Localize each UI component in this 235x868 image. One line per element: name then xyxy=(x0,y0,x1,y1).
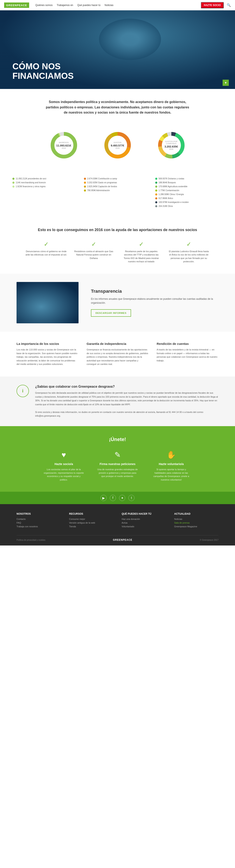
achievement-item: ✓Resistimos contra el almacén que Gas Na… xyxy=(73,241,114,264)
chart-ingresos-value: 11.093.621€ xyxy=(56,144,71,147)
join-item-title: Hazte socio/a xyxy=(43,462,85,466)
footer-link[interactable]: Tienda xyxy=(69,525,113,528)
youtube-icon[interactable]: ▶ xyxy=(100,495,107,501)
legend-item: 11.092.212€ procedentes de soci xyxy=(12,177,80,180)
instagram-icon[interactable]: ✦ xyxy=(119,495,125,501)
footer-col: NosotrosContactoFAQTrabaja con nosotros xyxy=(16,513,61,529)
chart-gastos-title: GASTOS xyxy=(111,141,124,143)
legend-item: 2.825.945€ Captación de fondos xyxy=(84,185,151,188)
footer-link[interactable]: Sala de prensa xyxy=(174,522,219,524)
join-item-title: Hazte voluntario/a xyxy=(151,462,192,466)
footer-col-title: Recursos xyxy=(69,513,113,515)
legend-text: 1.923€ financieros y otros ingres xyxy=(16,185,46,188)
legend-text: 790.959€ Administración xyxy=(87,189,110,192)
three-col-title: La importancia de los socios xyxy=(16,342,78,345)
footer-link[interactable]: Noticias xyxy=(174,518,219,520)
three-col-item: La importancia de los sociosLos más de 1… xyxy=(16,342,78,366)
three-cols-section: La importancia de los sociosLos más de 1… xyxy=(0,332,235,376)
legend-text: 188.964€ Bosques xyxy=(159,181,176,184)
legend-item: 170.688€ Agricultura sostenible xyxy=(155,185,223,188)
footer-bottom: Política de privacidad y cookies GREENPE… xyxy=(16,535,219,541)
search-icon[interactable]: 🔍 xyxy=(227,3,231,7)
legend-text: 3.202.635€ Gasto en programas xyxy=(87,181,117,184)
three-col-text: Greenpeace se financia exclusivamente de… xyxy=(87,348,148,366)
join-item: ✎Firma nuestras peticionesUna de nuestra… xyxy=(97,451,138,482)
nav-link-que[interactable]: Qué puedes hacer tú xyxy=(77,4,100,7)
three-col-title: Rendición de cuentas xyxy=(157,342,219,345)
footer-link[interactable]: Greenpeace Magazine xyxy=(174,525,219,528)
hero-section: CÓMO NOS FINANCIAMOS ▼ xyxy=(0,10,235,89)
footer-col: Qué puedes hacer túHaz una donaciónActúa… xyxy=(122,513,166,529)
hero-title-line2: FINANCIAMOS xyxy=(12,71,74,81)
transparency-section: Transparencia En los informes anuales qu… xyxy=(0,274,235,332)
chart-gastos-value: 9.493.577€ xyxy=(111,144,124,147)
facebook-icon[interactable]: f xyxy=(110,495,116,501)
checkmark-icon: ✓ xyxy=(26,241,67,248)
chart-campanas: GASTOS POR CAMPAÑAS 3.202.635€ 2016 xyxy=(151,130,192,163)
legend-item: 3.202.635€ Gasto en programas xyxy=(84,181,151,184)
footer-copyright: © Greenpeace 2017 xyxy=(200,539,219,541)
chart-gastos-year: 2016 xyxy=(111,147,124,149)
join-item-title: Firma nuestras peticiones xyxy=(97,462,138,466)
achievements-title: Esto es lo que conseguimos en 2016 con l… xyxy=(16,227,219,232)
twitter-icon[interactable]: t xyxy=(128,495,135,501)
legend-dot xyxy=(155,205,157,207)
chart-campanas-year: 2016 xyxy=(164,148,179,150)
intro-section: Somos independientes política y económic… xyxy=(0,89,235,126)
download-reports-button[interactable]: DESCARGAR INFORMES xyxy=(91,309,131,317)
intro-text: Somos independientes política y económic… xyxy=(45,99,190,115)
legend-col-ingresos: 11.092.212€ procedentes de soci114€ merc… xyxy=(12,177,80,209)
legend-text: 1.288.508€ Clima / Energía xyxy=(159,193,184,196)
nav-link-quienes[interactable]: Quiénes somos xyxy=(35,4,53,7)
legend-text: 1.776€ Contaminación xyxy=(159,189,179,192)
join-icon: ✎ xyxy=(97,451,138,459)
legend-dot xyxy=(155,186,157,188)
legend-dot xyxy=(84,189,86,191)
footer-link[interactable]: Actúa xyxy=(122,522,166,524)
chart-ingresos-title: INGRESOS xyxy=(56,141,71,143)
achievement-text: El pianista Ludovico Einaudi lleva hasta… xyxy=(168,250,209,264)
legend-text: 2.825.945€ Captación de fondos xyxy=(87,185,117,188)
legend-item: 569.937€ Océanos y costas xyxy=(155,177,223,180)
checkmark-icon: ✓ xyxy=(168,241,209,248)
legend-item: 100.978€ Investigación e inciden xyxy=(155,201,223,204)
three-col-item: Garantía de independenciaGreenpeace se f… xyxy=(87,342,148,366)
legend-text: 11.092.212€ procedentes de soci xyxy=(16,177,46,180)
join-item-text: Los socios/as somos el pilar de la organ… xyxy=(43,468,85,482)
footer-logo: GREENPEACE xyxy=(113,538,132,541)
info-extra: Si eres socio/a y deseas más información… xyxy=(35,410,219,418)
nav-link-noticias[interactable]: Noticias xyxy=(105,4,113,7)
footer-link[interactable]: FAQ xyxy=(16,522,61,524)
transparency-image xyxy=(16,282,78,323)
legend-text: 114€ merchandising and licencin xyxy=(16,181,46,184)
join-item-text: Una de nuestras grandes estrategias de p… xyxy=(97,468,138,478)
join-grid: ♥Hazte socio/aLos socios/as somos el pil… xyxy=(16,451,219,482)
nav-link-trabajamos[interactable]: Trabajamos en xyxy=(57,4,73,7)
legend-dot xyxy=(155,189,157,191)
achievement-text: Resistimos contra el almacén que Gas Nat… xyxy=(73,250,114,260)
join-icon: ♥ xyxy=(43,451,85,459)
scroll-down-button[interactable]: ▼ xyxy=(223,80,229,86)
legend-text: 170.688€ Agricultura sostenible xyxy=(159,185,188,188)
footer-link[interactable]: Consume mejor xyxy=(69,518,113,520)
nav-logo[interactable]: GREENPEACE xyxy=(4,2,29,8)
footer-link[interactable]: Trabaja con nosotros xyxy=(16,525,61,528)
footer-link[interactable]: Versión antigua de la web xyxy=(69,522,113,524)
footer-link[interactable]: Haz una donación xyxy=(122,518,166,520)
legend-item: 1.288.508€ Clima / Energía xyxy=(155,193,223,196)
hazte-socio-button[interactable]: HAZTE SOCIO xyxy=(201,2,224,8)
privacy-link[interactable]: Política de privacidad y cookies xyxy=(16,539,45,541)
transparency-text: En los informes anuales que Greenpeace e… xyxy=(91,297,219,305)
info-icon: i xyxy=(16,385,29,397)
legend-item: 1.776€ Contaminación xyxy=(155,189,223,192)
achievement-text: Revelamos parte de los papeles secretos … xyxy=(121,250,162,264)
legend-text: 569.937€ Océanos y costas xyxy=(159,177,184,180)
hero-text: CÓMO NOS FINANCIAMOS xyxy=(12,62,74,81)
footer-link[interactable]: Contacto xyxy=(16,518,61,520)
info-i-icon: i xyxy=(22,388,23,394)
info-box-section: i ¿Sabías que colaborar con Greenpeace d… xyxy=(0,376,235,426)
checkmark-icon: ✓ xyxy=(121,241,162,248)
chart-campanas-title: GASTOS POR CAMPAÑAS xyxy=(164,140,179,145)
footer-link[interactable]: Voluntariado xyxy=(122,525,166,528)
legend-dot xyxy=(155,182,157,184)
